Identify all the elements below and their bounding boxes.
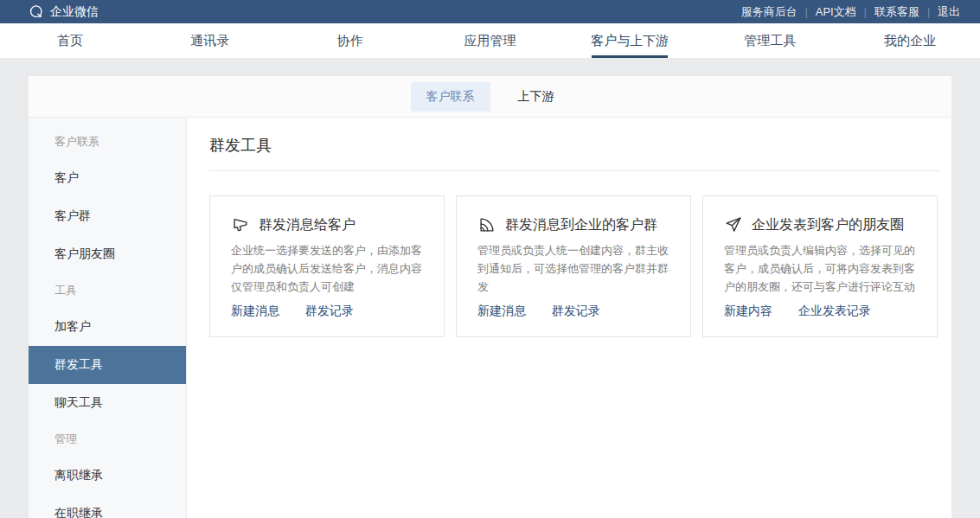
paper-plane-icon (724, 215, 743, 234)
card-title: 群发消息到企业的客户群 (505, 216, 657, 234)
sidebar-item-active-handover[interactable]: 在职继承 (29, 495, 186, 518)
topbar-link-api-docs[interactable]: API文档 (816, 4, 856, 20)
card-bulk-message-to-groups: 群发消息到企业的客户群 管理员或负责人统一创建内容，群主收到通知后，可选择他管理… (456, 195, 691, 337)
sidebar-section-management: 管理 (29, 422, 186, 457)
card-head: 企业发表到客户的朋友圈 (724, 215, 916, 234)
subtab-bar: 客户联系 上下游 (29, 76, 951, 118)
panel-body: 客户联系 客户 客户群 客户朋友圈 工具 加客户 群发工具 聊天工具 管理 离职… (29, 118, 951, 518)
sidebar-item-resigned-handover[interactable]: 离职继承 (29, 457, 186, 495)
nav-item-apps[interactable]: 应用管理 (420, 23, 560, 58)
divider: | (927, 6, 930, 18)
card-actions: 新建消息 群发记录 (477, 304, 669, 319)
card-description: 管理员或负责人编辑内容，选择可见的客户，成员确认后，可将内容发表到客户的朋友圈，… (724, 242, 916, 296)
page-title: 群发工具 (209, 133, 940, 157)
nav-item-collaboration[interactable]: 协作 (280, 23, 420, 58)
card-description: 企业统一选择要发送的客户，由添加客户的成员确认后发送给客户，消息内容仅管理员和负… (231, 242, 423, 296)
nav-item-home[interactable]: 首页 (0, 23, 140, 58)
topbar-link-logout[interactable]: 退出 (938, 4, 960, 20)
sidebar-item-chat-tools[interactable]: 聊天工具 (29, 384, 186, 422)
sidebar-section-customer-contact: 客户联系 (29, 125, 186, 159)
new-message-link[interactable]: 新建消息 (231, 304, 279, 319)
card-actions: 新建内容 企业发表记录 (724, 304, 916, 319)
sidebar: 客户联系 客户 客户群 客户朋友圈 工具 加客户 群发工具 聊天工具 管理 离职… (29, 118, 187, 518)
card-description: 管理员或负责人统一创建内容，群主收到通知后，可选择他管理的客户群并群发 (477, 242, 669, 296)
topbar-links: 服务商后台 | API文档 | 联系客服 | 退出 (741, 4, 960, 20)
topbar-link-provider[interactable]: 服务商后台 (741, 4, 797, 20)
chat-bubble-icon (29, 4, 44, 20)
divider: | (805, 6, 808, 18)
main-nav: 首页 通讯录 协作 应用管理 客户与上下游 管理工具 我的企业 (0, 23, 980, 58)
bulk-message-history-link[interactable]: 群发记录 (552, 304, 600, 319)
card-head: 群发消息给客户 (231, 215, 423, 234)
content-panel: 客户联系 上下游 客户联系 客户 客户群 客户朋友圈 工具 加客户 群发工具 聊… (29, 76, 951, 518)
nav-item-admin-tools[interactable]: 管理工具 (700, 23, 840, 58)
card-publish-to-moments: 企业发表到客户的朋友圈 管理员或负责人编辑内容，选择可见的客户，成员确认后，可将… (702, 195, 938, 337)
sidebar-item-customers[interactable]: 客户 (29, 159, 186, 197)
topbar: 企业微信 服务商后台 | API文档 | 联系客服 | 退出 (0, 0, 980, 23)
card-list: 群发消息给客户 企业统一选择要发送的客户，由添加客户的成员确认后发送给客户，消息… (209, 195, 940, 337)
nav-item-contacts[interactable]: 通讯录 (140, 23, 280, 58)
card-head: 群发消息到企业的客户群 (477, 215, 669, 234)
nav-item-customers[interactable]: 客户与上下游 (560, 23, 700, 58)
sidebar-item-add-customer[interactable]: 加客户 (29, 308, 186, 346)
new-message-link[interactable]: 新建消息 (477, 304, 526, 319)
sidebar-item-customer-moments[interactable]: 客户朋友圈 (29, 235, 186, 273)
bulk-message-history-link[interactable]: 群发记录 (305, 304, 354, 319)
card-bulk-message-to-customers: 群发消息给客户 企业统一选择要发送的客户，由添加客户的成员确认后发送给客户，消息… (209, 195, 445, 337)
card-title: 群发消息给客户 (259, 216, 355, 234)
feed-icon (477, 215, 496, 234)
divider (209, 170, 940, 171)
card-actions: 新建消息 群发记录 (231, 304, 423, 319)
sidebar-item-customer-groups[interactable]: 客户群 (29, 197, 186, 235)
sidebar-section-tools: 工具 (29, 273, 186, 308)
divider: | (864, 6, 867, 18)
card-title: 企业发表到客户的朋友圈 (752, 216, 904, 234)
brand[interactable]: 企业微信 (29, 4, 99, 20)
new-content-link[interactable]: 新建内容 (724, 304, 772, 319)
brand-label: 企业微信 (50, 4, 99, 20)
tab-upstream-downstream[interactable]: 上下游 (503, 82, 570, 112)
company-publish-history-link[interactable]: 企业发表记录 (798, 304, 871, 319)
sidebar-item-bulk-message-tools[interactable]: 群发工具 (29, 346, 186, 384)
main-content: 群发工具 群发消息给客户 企业统一选择要发送的客户，由添加客户的成员确认后发送给… (187, 118, 951, 518)
tab-customer-contact[interactable]: 客户联系 (411, 82, 490, 112)
megaphone-icon (231, 215, 250, 234)
topbar-link-support[interactable]: 联系客服 (874, 4, 919, 20)
nav-item-my-company[interactable]: 我的企业 (840, 23, 980, 58)
